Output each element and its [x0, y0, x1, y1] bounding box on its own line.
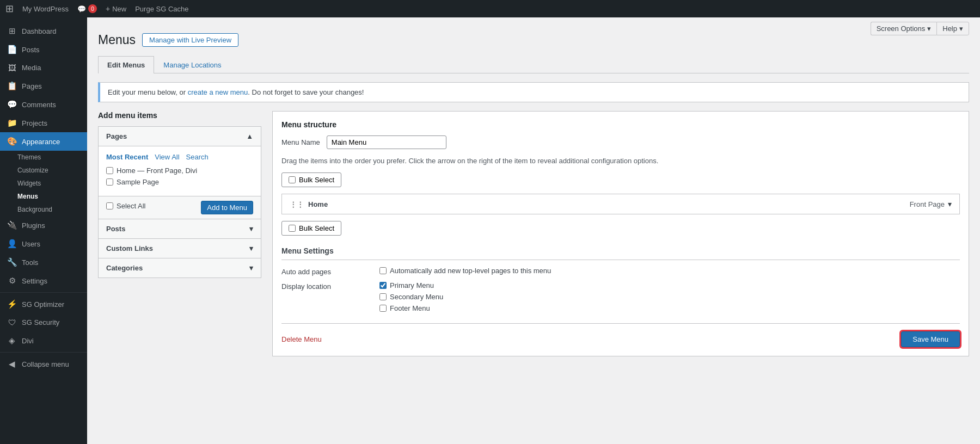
custom-links-panel-toggle-icon: ▾ [249, 244, 253, 252]
sidebar-item-tools[interactable]: 🔧 Tools [0, 253, 87, 272]
dashboard-icon: ⊞ [7, 26, 17, 36]
sidebar: ⊞ Dashboard 📄 Posts 🖼 Media 📋 Pages 💬 Co… [0, 17, 87, 444]
plugins-icon: 🔌 [7, 220, 17, 230]
sidebar-item-sg-security[interactable]: 🛡 SG Security [0, 313, 87, 331]
settings-icon: ⚙ [7, 276, 17, 286]
projects-icon: 📁 [7, 118, 17, 128]
sidebar-item-settings[interactable]: ⚙ Settings [0, 272, 87, 290]
create-new-menu-link[interactable]: create a new menu [188, 88, 248, 96]
custom-links-panel-title: Custom Links [106, 244, 153, 252]
admin-bar: ⊞ My WordPress 💬 0 + New Purge SG Cache [0, 0, 980, 17]
bulk-select-bottom: Bulk Select [281, 221, 960, 236]
sidebar-subitem-customize[interactable]: Customize [0, 164, 87, 177]
select-all-checkbox[interactable] [106, 202, 113, 209]
sidebar-item-label: Plugins [22, 221, 45, 230]
sidebar-subitem-menus[interactable]: Menus [0, 190, 87, 203]
add-menu-items-title: Add menu items [98, 111, 261, 120]
sidebar-item-divi[interactable]: ◈ Divi [0, 331, 87, 350]
sidebar-item-plugins[interactable]: 🔌 Plugins [0, 216, 87, 235]
wp-logo[interactable]: ⊞ [5, 3, 14, 15]
menu-item-home-badge: Front Page [910, 200, 945, 208]
sidebar-item-label: Media [22, 64, 41, 72]
menu-item-home-expand-button[interactable]: ▾ [948, 200, 952, 208]
posts-panel-header[interactable]: Posts ▾ [99, 219, 261, 238]
save-menu-button[interactable]: Save Menu [901, 331, 960, 347]
comment-icon: 💬 [77, 5, 86, 13]
bulk-select-top-label: Bulk Select [299, 176, 334, 184]
location-secondary-checkbox[interactable] [379, 293, 387, 300]
auto-add-pages-label: Auto add pages [281, 267, 369, 276]
adminbar-new[interactable]: + New [106, 4, 126, 13]
background-label: Background [17, 206, 52, 213]
menu-separator-2 [0, 352, 87, 353]
sidebar-item-media[interactable]: 🖼 Media [0, 59, 87, 77]
add-menu-items-panel: Add menu items Pages ▲ Most Recent [98, 111, 261, 278]
delete-menu-link[interactable]: Delete Menu [281, 335, 322, 343]
bulk-select-bottom-button[interactable]: Bulk Select [281, 221, 341, 236]
sidebar-item-label: SG Security [22, 318, 59, 326]
pages-panel-footer: Select All Add to Menu [99, 196, 261, 219]
auto-add-pages-option[interactable]: Automatically add new top-level pages to… [379, 267, 551, 275]
auto-add-pages-checkbox[interactable] [379, 267, 387, 274]
sidebar-item-pages[interactable]: 📋 Pages [0, 77, 87, 95]
tab-manage-locations[interactable]: Manage Locations [154, 56, 230, 73]
sidebar-item-posts[interactable]: 📄 Posts [0, 40, 87, 59]
sidebar-subitem-widgets[interactable]: Widgets [0, 177, 87, 190]
help-button[interactable]: Help ▾ [936, 22, 969, 35]
custom-links-panel-header[interactable]: Custom Links ▾ [99, 239, 261, 258]
menu-name-input[interactable] [327, 135, 446, 149]
display-location-options: Primary Menu Secondary Menu Footer Menu [379, 281, 443, 312]
page-title: Menus [98, 33, 136, 47]
location-primary-checkbox[interactable] [379, 282, 387, 289]
menu-item-home-right: Front Page ▾ [910, 200, 952, 208]
sidebar-item-comments[interactable]: 💬 Comments [0, 95, 87, 114]
pages-panel: Pages ▲ Most Recent View All S [98, 126, 261, 219]
sidebar-item-dashboard[interactable]: ⊞ Dashboard [0, 22, 87, 40]
location-footer[interactable]: Footer Menu [379, 304, 443, 312]
sg-optimizer-icon: ⚡ [7, 299, 17, 309]
tab-edit-menus[interactable]: Edit Menus [98, 56, 154, 73]
add-to-menu-button[interactable]: Add to Menu [201, 201, 253, 214]
tab-search[interactable]: Search [186, 153, 209, 161]
pages-panel-tabs: Most Recent View All Search [106, 153, 253, 161]
menu-footer: Delete Menu Save Menu [281, 323, 960, 347]
plus-icon: + [106, 4, 110, 13]
page-header: Menus Manage with Live Preview [98, 33, 969, 47]
live-preview-button[interactable]: Manage with Live Preview [142, 33, 238, 47]
tab-view-all[interactable]: View All [155, 153, 179, 161]
menu-name-row: Menu Name [281, 135, 960, 149]
sidebar-subitem-themes[interactable]: Themes [0, 151, 87, 164]
bulk-select-top-button[interactable]: Bulk Select [281, 172, 341, 187]
screen-options-button[interactable]: Screen Options ▾ [871, 22, 937, 35]
tabs-bar: Edit Menus Manage Locations [98, 56, 969, 73]
categories-panel-toggle-icon: ▾ [249, 264, 253, 272]
pages-panel-title: Pages [106, 132, 127, 140]
sidebar-collapse[interactable]: ◀ Collapse menu [0, 355, 87, 373]
location-footer-checkbox[interactable] [379, 305, 387, 312]
pages-checkbox-home[interactable] [106, 167, 113, 174]
adminbar-purge[interactable]: Purge SG Cache [135, 5, 188, 13]
sidebar-item-sg-optimizer[interactable]: ⚡ SG Optimizer [0, 295, 87, 313]
adminbar-site-name: My WordPress [22, 5, 69, 13]
display-location-row: Display location Primary Menu Secondary … [281, 281, 960, 312]
pages-panel-header[interactable]: Pages ▲ [99, 127, 261, 146]
sidebar-item-label: SG Optimizer [22, 300, 64, 309]
bulk-select-top-checkbox[interactable] [289, 176, 296, 183]
help-label: Help [942, 24, 957, 33]
tab-most-recent[interactable]: Most Recent [106, 153, 148, 161]
location-primary[interactable]: Primary Menu [379, 281, 443, 289]
location-footer-label: Footer Menu [390, 304, 430, 312]
bulk-select-bottom-checkbox[interactable] [289, 225, 296, 232]
adminbar-comments[interactable]: 💬 0 [77, 4, 97, 13]
sidebar-subitem-background[interactable]: Background [0, 203, 87, 216]
sidebar-item-users[interactable]: 👤 Users [0, 235, 87, 253]
location-secondary[interactable]: Secondary Menu [379, 293, 443, 301]
sidebar-item-appearance[interactable]: 🎨 Appearance [0, 132, 87, 151]
widgets-label: Widgets [17, 180, 41, 187]
categories-panel-header[interactable]: Categories ▾ [99, 258, 261, 278]
adminbar-site[interactable]: My WordPress [22, 5, 69, 13]
sidebar-item-projects[interactable]: 📁 Projects [0, 114, 87, 132]
top-bar: Screen Options ▾ Help ▾ [871, 22, 969, 35]
menu-separator [0, 292, 87, 293]
pages-checkbox-sample[interactable] [106, 178, 113, 186]
